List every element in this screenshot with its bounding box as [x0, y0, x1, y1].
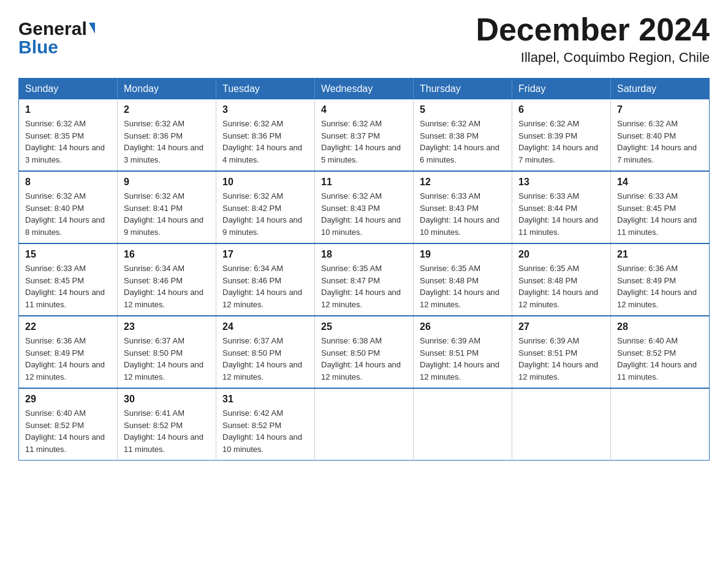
calendar-cell: 6 Sunrise: 6:32 AM Sunset: 8:39 PM Dayli…	[512, 99, 611, 171]
day-number: 27	[518, 321, 604, 332]
calendar-cell: 26 Sunrise: 6:39 AM Sunset: 8:51 PM Dayl…	[414, 316, 512, 388]
day-info: Sunrise: 6:32 AM Sunset: 8:37 PM Dayligh…	[321, 118, 407, 166]
day-number: 2	[124, 104, 210, 115]
day-info: Sunrise: 6:35 AM Sunset: 8:48 PM Dayligh…	[420, 262, 506, 310]
calendar-cell	[414, 388, 512, 461]
day-info: Sunrise: 6:33 AM Sunset: 8:44 PM Dayligh…	[518, 190, 604, 238]
day-info: Sunrise: 6:32 AM Sunset: 8:41 PM Dayligh…	[124, 190, 210, 238]
day-info: Sunrise: 6:33 AM Sunset: 8:45 PM Dayligh…	[25, 262, 111, 310]
calendar-table: SundayMondayTuesdayWednesdayThursdayFrid…	[18, 78, 710, 461]
logo-arrow-icon	[89, 23, 95, 34]
day-number: 1	[25, 104, 111, 115]
weekday-header-tuesday: Tuesday	[216, 79, 315, 100]
calendar-cell: 16 Sunrise: 6:34 AM Sunset: 8:46 PM Dayl…	[118, 243, 216, 316]
day-info: Sunrise: 6:37 AM Sunset: 8:50 PM Dayligh…	[124, 335, 210, 383]
calendar-cell: 29 Sunrise: 6:40 AM Sunset: 8:52 PM Dayl…	[19, 388, 118, 461]
day-info: Sunrise: 6:36 AM Sunset: 8:49 PM Dayligh…	[617, 262, 703, 310]
day-number: 8	[25, 177, 111, 188]
calendar-cell: 25 Sunrise: 6:38 AM Sunset: 8:50 PM Dayl…	[315, 316, 414, 388]
day-info: Sunrise: 6:32 AM Sunset: 8:40 PM Dayligh…	[617, 118, 703, 166]
day-number: 3	[222, 104, 308, 115]
calendar-cell: 23 Sunrise: 6:37 AM Sunset: 8:50 PM Dayl…	[118, 316, 216, 388]
day-info: Sunrise: 6:32 AM Sunset: 8:39 PM Dayligh…	[518, 118, 604, 166]
day-number: 19	[420, 249, 506, 260]
day-info: Sunrise: 6:32 AM Sunset: 8:35 PM Dayligh…	[25, 118, 111, 166]
day-info: Sunrise: 6:33 AM Sunset: 8:45 PM Dayligh…	[617, 190, 703, 238]
calendar-cell: 12 Sunrise: 6:33 AM Sunset: 8:43 PM Dayl…	[414, 171, 512, 243]
logo-general-text: General	[18, 18, 87, 39]
calendar-week-row: 15 Sunrise: 6:33 AM Sunset: 8:45 PM Dayl…	[19, 243, 710, 316]
day-number: 13	[518, 177, 604, 188]
calendar-cell	[611, 388, 710, 461]
weekday-header-friday: Friday	[512, 79, 611, 100]
calendar-cell: 8 Sunrise: 6:32 AM Sunset: 8:40 PM Dayli…	[19, 171, 118, 243]
calendar-cell: 27 Sunrise: 6:39 AM Sunset: 8:51 PM Dayl…	[512, 316, 611, 388]
calendar-cell: 11 Sunrise: 6:32 AM Sunset: 8:43 PM Dayl…	[315, 171, 414, 243]
logo-blue-text: Blue	[18, 37, 58, 58]
calendar-week-row: 29 Sunrise: 6:40 AM Sunset: 8:52 PM Dayl…	[19, 388, 710, 461]
calendar-cell	[512, 388, 611, 461]
calendar-cell: 30 Sunrise: 6:41 AM Sunset: 8:52 PM Dayl…	[118, 388, 216, 461]
calendar-week-row: 1 Sunrise: 6:32 AM Sunset: 8:35 PM Dayli…	[19, 99, 710, 171]
calendar-header-row: SundayMondayTuesdayWednesdayThursdayFrid…	[19, 79, 710, 100]
calendar-cell: 31 Sunrise: 6:42 AM Sunset: 8:52 PM Dayl…	[216, 388, 315, 461]
calendar-cell: 3 Sunrise: 6:32 AM Sunset: 8:36 PM Dayli…	[216, 99, 315, 171]
day-info: Sunrise: 6:32 AM Sunset: 8:38 PM Dayligh…	[420, 118, 506, 166]
calendar-cell: 17 Sunrise: 6:34 AM Sunset: 8:46 PM Dayl…	[216, 243, 315, 316]
calendar-cell: 18 Sunrise: 6:35 AM Sunset: 8:47 PM Dayl…	[315, 243, 414, 316]
day-number: 10	[222, 177, 308, 188]
day-info: Sunrise: 6:36 AM Sunset: 8:49 PM Dayligh…	[25, 335, 111, 383]
day-info: Sunrise: 6:32 AM Sunset: 8:42 PM Dayligh…	[222, 190, 308, 238]
calendar-cell	[315, 388, 414, 461]
calendar-cell: 4 Sunrise: 6:32 AM Sunset: 8:37 PM Dayli…	[315, 99, 414, 171]
weekday-header-saturday: Saturday	[611, 79, 710, 100]
day-number: 6	[518, 104, 604, 115]
day-number: 4	[321, 104, 407, 115]
day-info: Sunrise: 6:35 AM Sunset: 8:48 PM Dayligh…	[518, 262, 604, 310]
day-number: 30	[124, 394, 210, 405]
page-header: General Blue December 2024 Illapel, Coqu…	[18, 12, 710, 66]
day-number: 12	[420, 177, 506, 188]
calendar-cell: 28 Sunrise: 6:40 AM Sunset: 8:52 PM Dayl…	[611, 316, 710, 388]
calendar-cell: 1 Sunrise: 6:32 AM Sunset: 8:35 PM Dayli…	[19, 99, 118, 171]
calendar-cell: 5 Sunrise: 6:32 AM Sunset: 8:38 PM Dayli…	[414, 99, 512, 171]
day-info: Sunrise: 6:32 AM Sunset: 8:43 PM Dayligh…	[321, 190, 407, 238]
day-info: Sunrise: 6:39 AM Sunset: 8:51 PM Dayligh…	[420, 335, 506, 383]
calendar-cell: 13 Sunrise: 6:33 AM Sunset: 8:44 PM Dayl…	[512, 171, 611, 243]
weekday-header-monday: Monday	[118, 79, 216, 100]
day-info: Sunrise: 6:40 AM Sunset: 8:52 PM Dayligh…	[617, 335, 703, 383]
day-info: Sunrise: 6:32 AM Sunset: 8:36 PM Dayligh…	[222, 118, 308, 166]
calendar-cell: 19 Sunrise: 6:35 AM Sunset: 8:48 PM Dayl…	[414, 243, 512, 316]
calendar-cell: 14 Sunrise: 6:33 AM Sunset: 8:45 PM Dayl…	[611, 171, 710, 243]
calendar-cell: 15 Sunrise: 6:33 AM Sunset: 8:45 PM Dayl…	[19, 243, 118, 316]
day-number: 25	[321, 321, 407, 332]
calendar-cell: 24 Sunrise: 6:37 AM Sunset: 8:50 PM Dayl…	[216, 316, 315, 388]
day-info: Sunrise: 6:34 AM Sunset: 8:46 PM Dayligh…	[222, 262, 308, 310]
day-number: 31	[222, 394, 308, 405]
day-number: 26	[420, 321, 506, 332]
day-info: Sunrise: 6:42 AM Sunset: 8:52 PM Dayligh…	[222, 407, 308, 455]
calendar-cell: 20 Sunrise: 6:35 AM Sunset: 8:48 PM Dayl…	[512, 243, 611, 316]
calendar-cell: 7 Sunrise: 6:32 AM Sunset: 8:40 PM Dayli…	[611, 99, 710, 171]
title-block: December 2024 Illapel, Coquimbo Region, …	[476, 12, 710, 66]
day-number: 15	[25, 249, 111, 260]
day-number: 9	[124, 177, 210, 188]
day-info: Sunrise: 6:39 AM Sunset: 8:51 PM Dayligh…	[518, 335, 604, 383]
calendar-week-row: 22 Sunrise: 6:36 AM Sunset: 8:49 PM Dayl…	[19, 316, 710, 388]
day-info: Sunrise: 6:34 AM Sunset: 8:46 PM Dayligh…	[124, 262, 210, 310]
day-info: Sunrise: 6:33 AM Sunset: 8:43 PM Dayligh…	[420, 190, 506, 238]
calendar-cell: 2 Sunrise: 6:32 AM Sunset: 8:36 PM Dayli…	[118, 99, 216, 171]
location-text: Illapel, Coquimbo Region, Chile	[476, 50, 710, 66]
day-number: 16	[124, 249, 210, 260]
day-number: 5	[420, 104, 506, 115]
month-title: December 2024	[476, 12, 710, 47]
calendar-cell: 10 Sunrise: 6:32 AM Sunset: 8:42 PM Dayl…	[216, 171, 315, 243]
day-info: Sunrise: 6:32 AM Sunset: 8:36 PM Dayligh…	[124, 118, 210, 166]
weekday-header-sunday: Sunday	[19, 79, 118, 100]
day-number: 18	[321, 249, 407, 260]
day-number: 28	[617, 321, 703, 332]
day-number: 17	[222, 249, 308, 260]
calendar-cell: 22 Sunrise: 6:36 AM Sunset: 8:49 PM Dayl…	[19, 316, 118, 388]
day-number: 14	[617, 177, 703, 188]
day-number: 22	[25, 321, 111, 332]
